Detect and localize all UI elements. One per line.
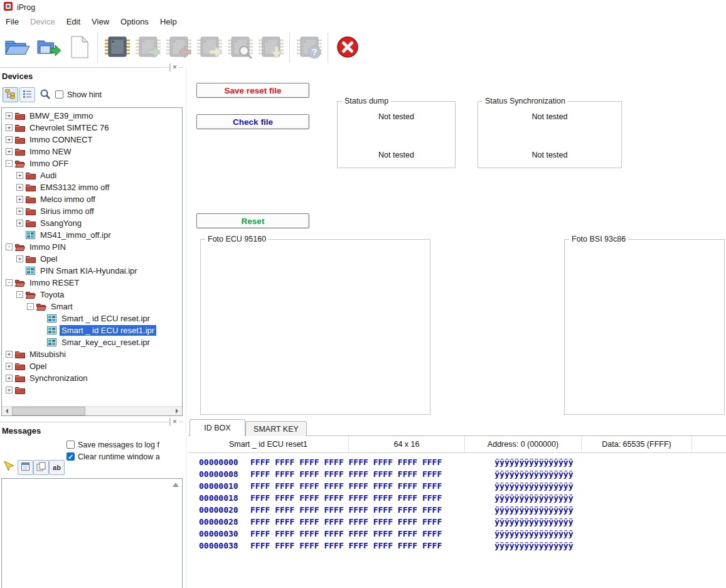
foto-bsi-title: Foto BSI 93c86 [569,235,628,243]
status-sync-title: Status Synchronization [483,97,568,105]
tab-id-box[interactable]: ID BOX [190,419,245,436]
tree-toggle[interactable]: + [6,124,13,131]
save-file-button[interactable] [33,30,63,65]
menu-options[interactable]: Options [115,15,154,28]
toolbar-separator [97,33,99,63]
tree-toggle[interactable]: - [16,291,23,298]
tree-toggle[interactable]: + [6,363,13,370]
open-file-button[interactable] [2,30,33,65]
clear-runtime-checkbox[interactable] [67,452,75,461]
chip-write-icon [166,35,191,61]
tree-item[interactable]: Smart _ id ECU reset1.ipr [2,324,182,336]
tree-item[interactable]: +BMW_E39_immo [2,110,182,122]
hex-bytes: FFFF FFFF FFFF FFFF FFFF FFFF FFFF FFFF [250,468,442,480]
scroll-thumb[interactable] [12,407,85,415]
scroll-track[interactable] [12,407,172,415]
tree-item-label: Toyota [38,289,66,300]
tree-toggle[interactable]: - [6,160,13,167]
tree-toggle[interactable]: + [6,148,13,155]
message-pointer-button[interactable] [3,460,16,474]
hex-info-size: 64 x 16 [349,436,465,452]
menu-file[interactable]: File [0,15,24,28]
menu-view[interactable]: View [86,15,115,28]
save-reset-file-button[interactable]: Save reset file [196,83,309,98]
tree-toggle[interactable]: + [6,112,13,119]
tree-item[interactable]: -Immo OFF [2,158,182,169]
tree-item[interactable]: +EMS3132 immo off [2,181,182,193]
tree-toggle[interactable]: - [27,303,34,310]
hex-bytes: FFFF FFFF FFFF FFFF FFFF FFFF FFFF FFFF [250,480,442,492]
tree-item[interactable]: +Chevrolet SIMTEC 76 [2,122,182,134]
tree-item[interactable]: -Immo RESET [2,277,182,289]
tree-toggle[interactable]: + [16,208,23,215]
titlebar: iProg [0,0,726,14]
tree-item[interactable]: + [2,384,182,396]
messages-panel-splitter[interactable]: ✕ [0,422,183,422]
tree-item[interactable]: +Immo NEW [2,146,182,158]
hex-bytes: FFFF FFFF FFFF FFFF FFFF FFFF FFFF FFFF [250,492,442,504]
show-hint-checkbox[interactable] [55,90,63,99]
tree-item[interactable]: -Immo PIN [2,241,182,253]
tree-item[interactable]: +Opel [2,253,182,265]
tree-toggle[interactable]: + [16,184,23,191]
tree-item-label: Immo OFF [28,158,70,169]
tree-item[interactable]: +Audi [2,169,182,181]
hex-dump[interactable]: 00000000FFFF FFFF FFFF FFFF FFFF FFFF FF… [188,456,726,552]
tree-item[interactable]: MS41_immo_off.ipr [2,229,182,241]
search-button[interactable] [38,88,52,102]
tree-toggle[interactable]: + [16,196,23,203]
tree-toggle[interactable]: - [6,243,13,250]
tree-toggle[interactable]: + [6,375,13,382]
save-log-checkbox[interactable] [67,441,75,449]
tree-toggle[interactable]: + [6,136,13,143]
tree-toggle[interactable]: - [6,279,13,286]
devices-close-icon[interactable]: ✕ [169,63,179,72]
font-button[interactable]: ab [49,460,65,475]
devices-panel-splitter[interactable]: ✕ [0,67,183,68]
tree-toggle[interactable]: + [16,220,23,227]
tree-horizontal-scrollbar[interactable] [2,406,182,415]
messages-close-icon[interactable]: ✕ [169,418,179,426]
log-page-button[interactable] [18,460,33,475]
open-folder-icon [4,36,31,60]
log-page-icon [21,462,30,473]
device-chip-button[interactable] [102,30,132,65]
menu-help[interactable]: Help [154,15,183,28]
tree-toggle-spacer [16,267,23,274]
tree-item[interactable]: Smar_key_ecu_reset.ipr [2,336,182,348]
list-view-button[interactable] [19,87,35,102]
tree-view-button[interactable] [3,87,18,102]
messages-area[interactable] [1,478,183,588]
hex-info-address: Address: 0 (000000) [465,436,582,452]
reset-button[interactable]: Reset [196,213,309,228]
check-file-button[interactable]: Check file [196,114,309,129]
stop-button[interactable] [332,30,363,65]
tree-item-label: SsangYong [38,218,83,228]
tree-toggle[interactable]: + [16,172,23,179]
tab-smart-key[interactable]: SMART KEY [245,421,307,436]
tree-item[interactable]: -Toyota [2,289,182,301]
tree-toggle[interactable]: + [16,255,23,262]
panel-divider[interactable] [186,68,186,588]
scroll-left-arrow[interactable] [2,407,12,415]
new-file-button[interactable] [63,30,94,65]
menu-edit[interactable]: Edit [61,15,86,28]
tree-item[interactable]: +Immo CONNECT [2,134,182,146]
messages-scroll-up-icon[interactable] [173,483,179,487]
tree-item[interactable]: +Opel [2,360,182,372]
tree-item[interactable]: +SsangYong [2,217,182,229]
tree-item[interactable]: Smart _ id ECU reset.ipr [2,313,182,324]
tree-item[interactable]: +Synchronization [2,372,182,384]
copy-icon [36,462,46,473]
tree-toggle[interactable]: + [6,351,13,358]
tree-item[interactable]: +Mitsubishi [2,348,182,360]
tree-item[interactable]: +Sirius immo off [2,205,182,217]
tree-item[interactable]: +Melco immo off [2,193,182,205]
tree-item[interactable]: -Smart [2,301,182,313]
copy-messages-button[interactable] [33,460,49,475]
scroll-right-arrow[interactable] [172,407,182,415]
tree-toggle[interactable]: + [6,387,13,393]
chip-help-icon: ? [297,35,322,61]
tree-item[interactable]: PIN Smart KIA-Hyundai.ipr [2,265,182,277]
yellow-pointer-icon [3,460,16,474]
